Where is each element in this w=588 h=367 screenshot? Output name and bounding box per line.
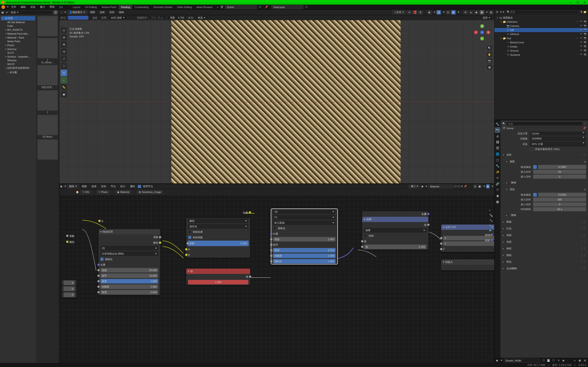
breadcrumb-gn[interactable]: ▽ GN [80, 190, 91, 194]
catalog-item[interactable]: ▸Surface - Imperfec… [1, 55, 35, 58]
window-maximize-button[interactable]: ☐ [576, 1, 580, 4]
tool-cursor[interactable]: ⊕ [61, 34, 67, 41]
asset-library-dropdown[interactable]: 材质 [9, 10, 52, 15]
shading-rendered-button[interactable]: ◉ [480, 10, 484, 15]
workspace-tab-assetbrowser[interactable]: Asset Browser [194, 5, 215, 9]
shading-solid-button[interactable]: ● [468, 10, 473, 15]
tab-object[interactable]: ▢ [495, 157, 500, 163]
catalog-item[interactable]: ▾全部 [1, 16, 35, 20]
asset-thumbnail[interactable]: 1回忆程序… [37, 65, 58, 89]
shield-icon[interactable]: 🛡 [542, 359, 545, 362]
tab-constraints[interactable]: 🔗 [495, 181, 500, 186]
noise-type-dropdown[interactable]: 分形布朗运动 (fBM) [100, 251, 158, 256]
mode-selector[interactable]: 👤 物体模式 [67, 10, 87, 15]
scene-name[interactable]: Scene [506, 127, 514, 130]
menu-edit[interactable]: 编辑 [18, 5, 28, 9]
outliner-item[interactable]: 📷Camera👁📷 [494, 24, 588, 28]
outliner-root[interactable]: ▾🗂场景集合 [494, 16, 588, 20]
window-minimize-button[interactable]: – [569, 1, 573, 4]
pin-button[interactable]: 📌 [464, 185, 467, 188]
sidebar-tab-options[interactable]: ⚙ [489, 234, 493, 238]
breadcrumb-material[interactable]: ◉ Material [115, 190, 131, 194]
mix-clamp-result-checkbox[interactable] [188, 230, 191, 234]
fake-user-button[interactable]: ☐ [454, 185, 457, 188]
filter-button[interactable]: ⚗ [580, 10, 582, 14]
display-mode-icon[interactable]: ▾ [503, 10, 504, 14]
editor-type-icon[interactable]: ⬚ [60, 11, 62, 14]
node-title-vmath[interactable]: ▾ 相乘 [362, 217, 428, 222]
workspace-tab-uvediting[interactable]: UV Editing [83, 5, 99, 9]
menu-window[interactable]: 窗口 [38, 5, 47, 9]
editor-type-icon[interactable]: ▦ [1, 11, 4, 14]
pan-button[interactable]: ✋ [487, 52, 492, 57]
viewport-noise-checkbox[interactable] [533, 165, 537, 169]
node-menu-node[interactable]: 节点 [109, 184, 118, 189]
viewport-settings-button[interactable]: ▤ [489, 10, 493, 15]
shading-material-button[interactable]: ◉ [474, 10, 479, 15]
gizmo-y-neg[interactable] [480, 37, 484, 40]
voronoi-randomness-field[interactable]: 随机性1.000 [273, 259, 336, 264]
tab-scene[interactable]: 🎬 [495, 145, 500, 151]
vmath-value-field[interactable]: 值6.283 [364, 244, 426, 249]
node-vector-math[interactable]: 矢量 ▾ 相乘 值 相乘 钳制 值 值6.283 [362, 211, 429, 250]
voronoi-roughness-field[interactable]: 糙度0.754 [273, 248, 336, 252]
perspective-toggle-button[interactable]: ▦ [487, 65, 492, 70]
viewlayer-selector[interactable]: ViewLayer [271, 5, 303, 9]
node-data-dropdown[interactable]: 物体 [67, 184, 79, 189]
tool-select-box[interactable]: ▭ [61, 27, 67, 33]
options-icon[interactable]: ⋮ [584, 122, 586, 125]
unlink-icon[interactable]: ✕ [557, 359, 561, 362]
catalog-item[interactable]: ▸Material Pack Adv… [1, 32, 35, 35]
outliner-item[interactable]: ⊹Empty👁📷 [494, 44, 588, 49]
radius-field[interactable]: 半径 35 px [148, 16, 166, 20]
scene-pin-button[interactable]: 📌 [263, 5, 270, 9]
outliner-item[interactable]: ▾📁Test✓👁📷 [494, 36, 588, 40]
gizmo-y-axis[interactable]: Y [480, 24, 484, 28]
vmath-clamp-checkbox[interactable] [364, 234, 367, 237]
outliner-item[interactable]: ▽Suzanne👁📷 [494, 53, 588, 57]
node-title-groupin[interactable]: ▾ 组输入 [441, 259, 494, 265]
tab-render[interactable]: 📷 [495, 127, 500, 133]
backdrop-button[interactable]: ◉ [486, 184, 490, 189]
panel-header[interactable]: ▸光程⋮⋮ [502, 239, 586, 244]
viewport-axis-gizmo[interactable]: Y X Z X [474, 24, 490, 40]
overlay-button[interactable]: ▣ [478, 184, 481, 189]
tool-annotate[interactable]: ✎ [61, 70, 67, 76]
sidebar-tab-node[interactable]: ⊞ [489, 224, 493, 228]
tab-physics[interactable]: ⚛ [495, 175, 500, 181]
render-min-samples-field[interactable]: 0 [533, 202, 586, 206]
node-group-input[interactable]: ▾ 组输入 Tex_Scale [441, 259, 494, 270]
unlink-material-button[interactable]: ✕ [461, 185, 463, 188]
tool-transform[interactable]: ⊹ [61, 63, 67, 69]
node-menu-group[interactable]: 组入 [119, 184, 127, 189]
use-nodes-label[interactable]: 使用节点 [143, 185, 153, 188]
voronoi-normalize-checkbox[interactable] [273, 227, 276, 230]
node-title-value[interactable]: ▾ 值 [186, 269, 250, 274]
tool-add-primitive[interactable]: ▣ [61, 91, 67, 98]
node-noise-texture[interactable]: ▾ 噪波纹理 系数 颜色 2D 分形布朗运动 (fBM) 规格化 矢量 缩放50… [98, 229, 160, 295]
viewport-menu-select[interactable]: 选择 [98, 10, 107, 15]
panel-header[interactable]: ▸简化⋮⋮ [502, 259, 586, 265]
voronoi-metric-dropdown[interactable]: 欧几里德 [273, 220, 336, 225]
pin-icon[interactable]: 📌 [583, 127, 586, 130]
sidebar-tab-group[interactable]: ◆ [489, 229, 493, 233]
pivot-button[interactable]: ⊙ [407, 10, 412, 15]
gizmo-x-axis[interactable]: X [474, 31, 478, 34]
editor-type-icon[interactable]: ☰ [496, 10, 498, 14]
editor-type-icon[interactable]: ◉ [60, 185, 62, 188]
catalog-item[interactable]: Fulid [1, 24, 35, 28]
render-noise-checkbox[interactable] [533, 193, 537, 197]
catalog-item[interactable]: bbn19 [1, 62, 35, 66]
grid-icon[interactable]: ▦ [578, 359, 582, 362]
viewport-min-samples-field[interactable]: 0 [533, 175, 586, 179]
asset-thumbnail[interactable] [37, 140, 58, 160]
catalog-item[interactable]: Alt Tab Material [1, 20, 35, 24]
tool-move[interactable]: ✥ [61, 41, 67, 48]
partial-field-1[interactable]: 0 [61, 286, 77, 292]
vmath-op-dropdown[interactable]: 相乘 [364, 228, 426, 233]
viewlayer-new-button[interactable]: ☐ [303, 5, 309, 9]
snap-button[interactable]: ⊡ [473, 184, 477, 189]
tool-rotate[interactable]: ⟲ [61, 48, 67, 55]
snap-button[interactable]: 🧲 [413, 10, 417, 15]
proportional-edit-button[interactable]: ◔ [418, 10, 423, 15]
